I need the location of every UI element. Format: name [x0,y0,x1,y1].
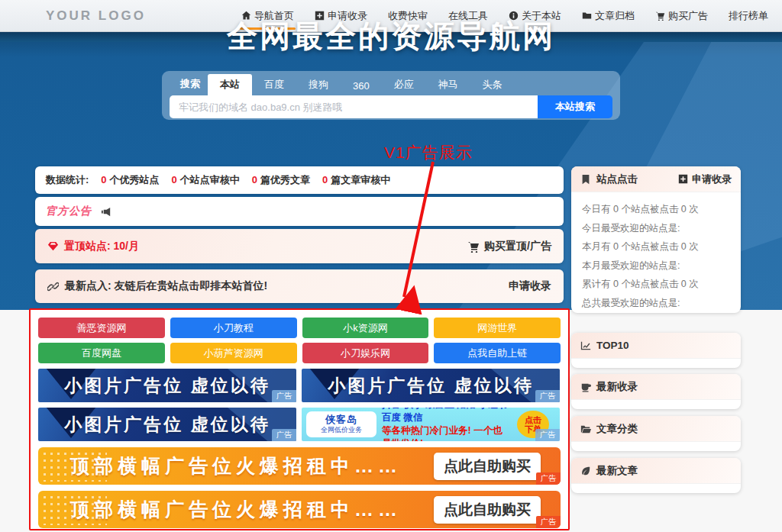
tab-shenma[interactable]: 神马 [426,74,470,95]
apply-inclusion-link[interactable]: 申请收录 [509,279,551,293]
site-link[interactable]: 网游世界 [434,318,561,338]
stats-bar: 数据统计: 0个优秀站点 0个站点审核中 0篇优秀文章 0篇文章审核中 [35,166,564,194]
site-clicks-header: 站点点击 申请收录 [571,166,741,192]
tab-baidu[interactable]: 百度 [252,74,296,95]
site-link[interactable]: 小葫芦资源网 [170,343,297,363]
stat-item: 0个站点审核中 [172,173,240,187]
buy-top-ad-link[interactable]: 购买置顶/广告 [467,240,551,253]
ad-line-2: 等各种热门冷门业务! 一个也是批发价! [382,424,512,441]
article-categories-header[interactable]: 文章分类 [571,416,741,442]
folder-open-icon [580,424,591,434]
tab-bing[interactable]: 必应 [382,74,426,95]
site-link[interactable]: 小刀教程 [170,318,297,338]
tab-360[interactable]: 360 [341,76,382,95]
official-notice-bar: 官方公告 [35,197,564,226]
ad-line-1: 抖音 快手 致富宝 陌陌 小红书 百度 微信 [382,408,512,424]
site-link[interactable]: 百度网盘 [38,343,165,363]
latest-inclusions-card: 最新收录 [571,374,741,409]
latest-articles-title: 最新文章 [596,464,638,478]
self-purchase-button[interactable]: 点此自助购买 [434,453,541,480]
stat-value: 0 [252,174,257,185]
latest-articles-card: 最新文章 [571,458,741,493]
self-purchase-button[interactable]: 点此自助购买 [434,496,541,524]
stat-value: 0 [322,174,328,185]
banner-text: 顶部横幅广告位火爆招租中…… [70,453,402,479]
small-ad-banner[interactable]: 小图片广告位 虚位以待 广告 [38,408,296,441]
chart-line-icon [580,340,591,351]
search-label: 搜索 [170,77,208,95]
site-clicks-title: 站点点击 [596,172,638,186]
site-link-grid: 善恶资源网 小刀教程 小k资源网 网游世界 百度网盘 小葫芦资源网 小刀娱乐网 … [38,318,561,363]
small-ad-banner[interactable]: 小图片广告位 虚位以待 广告 [38,369,296,402]
site-clicks-stats: 今日有 0 个站点被点击 0 次 今日最受欢迎的站点是: 本月有 0 个站点被点… [571,192,741,313]
stat-item: 0篇文章审核中 [322,173,390,187]
stat-label: 个站点审核中 [180,174,240,185]
order-now-label: 点击 [525,415,541,424]
stat-line: 总共最受欢迎的站点是: [582,294,730,313]
site-link[interactable]: 善恶资源网 [38,318,165,338]
stat-label: 篇文章审核中 [331,174,390,185]
stat-item: 0个优秀站点 [101,173,159,187]
stat-line: 本月有 0 个站点被点击 0 次 [582,237,730,256]
ad-area: 善恶资源网 小刀教程 小k资源网 网游世界 百度网盘 小葫芦资源网 小刀娱乐网 … [38,318,561,528]
page: YOUR LOGO 导航首页 申请收录 收费快审 在线工具 关于本站 [0,0,782,532]
gem-icon [47,240,59,252]
ad-brand-box: 侠客岛 全网低价业务 [306,411,376,437]
banner-text: 小图片广告位 虚位以待 [64,374,270,398]
top10-card: TOP10 [571,333,741,368]
stat-label: 个优秀站点 [110,174,160,185]
search-input[interactable] [170,95,538,118]
site-link[interactable]: 小刀娱乐网 [302,343,429,363]
ad-brand-name: 侠客岛 [325,414,357,426]
v1-ad-display-box: 善恶资源网 小刀教程 小k资源网 网游世界 百度网盘 小葫芦资源网 小刀娱乐网 … [29,308,570,530]
tab-toutiao[interactable]: 头条 [470,74,515,95]
ad-tag: 广告 [536,516,561,528]
page-title: 全网最全的资源导航网 [0,15,782,57]
stat-line: 今日有 0 个站点被点击 0 次 [582,200,730,219]
site-link[interactable]: 点我自助上链 [434,343,561,363]
banner-text: 顶部横幅广告位火爆招租中…… [70,497,402,522]
search-button[interactable]: 本站搜索 [538,95,612,118]
ad-tag: 广告 [535,390,560,402]
ad-tag: 广告 [272,429,296,441]
stat-label: 篇优秀文章 [260,174,310,185]
notice-title: 官方公告 [46,205,92,218]
search-engine-tabs: 搜索 本站 百度 搜狗 360 必应 神马 头条 [170,76,612,95]
top-banner-ad-slot[interactable]: 顶部横幅广告位火爆招租中…… 点此自助购买 广告 [38,491,561,528]
tab-benzhan[interactable]: 本站 [208,74,252,95]
tab-sogou[interactable]: 搜狗 [296,74,341,95]
latest-click-bar: 最新点入: 友链后在贵站点击即排本站首位! 申请收录 [35,269,564,303]
annotation-label: V1广告展示 [384,142,473,163]
stat-value: 0 [101,174,106,185]
ad-tag: 广告 [536,472,561,485]
site-clicks-card: 站点点击 申请收录 今日有 0 个站点被点击 0 次 今日最受欢迎的站点是: 本… [571,166,741,313]
ad-tag: 广告 [535,429,560,441]
site-link[interactable]: 小k资源网 [302,318,429,338]
sticky-site-info: 置顶站点: 10/月 [47,240,139,253]
top10-title: TOP10 [596,340,629,351]
top10-header[interactable]: TOP10 [571,333,741,359]
ad-text-lines: 抖音 快手 致富宝 陌陌 小红书 百度 微信 等各种热门冷门业务! 一个也是批发… [382,408,512,441]
banner-text: 小图片广告位 虚位以待 [64,413,270,437]
ad-brand-sub: 全网低价业务 [321,426,362,434]
business-ad-banner[interactable]: 侠客岛 全网低价业务 抖音 快手 致富宝 陌陌 小红书 百度 微信 等各种热门冷… [302,408,560,441]
stats-prefix: 数据统计: [46,173,89,187]
stat-line: 累计有 0 个站点被点击 0 次 [582,275,730,294]
link-icon [47,281,59,292]
latest-articles-header[interactable]: 最新文章 [571,458,741,484]
latest-inclusions-header[interactable]: 最新收录 [571,374,741,400]
small-ad-banner[interactable]: 小图片广告位 虚位以待 广告 [302,369,560,402]
stat-item: 0篇优秀文章 [252,173,310,187]
search-row: 本站搜索 [170,95,612,118]
banner-row-2: 小图片广告位 虚位以待 广告 侠客岛 全网低价业务 抖音 快手 致富宝 陌陌 小… [38,408,561,441]
top-banner-ad-slot[interactable]: 顶部横幅广告位火爆招租中…… 点此自助购买 广告 [38,447,561,485]
search-panel: 搜索 本站 百度 搜狗 360 必应 神马 头条 本站搜索 [162,71,620,120]
buy-top-ad-label: 购买置顶/广告 [484,240,551,253]
sticky-site-bar: 置顶站点: 10/月 购买置顶/广告 [35,229,564,263]
stat-value: 0 [172,174,177,185]
banner-text: 小图片广告位 虚位以待 [328,374,533,398]
stat-line: 本月最受欢迎的站点是: [582,256,730,276]
plus-square-icon [678,174,688,184]
stat-line: 今日最受欢迎的站点是: [582,219,730,238]
apply-inclusion-link[interactable]: 申请收录 [678,172,732,186]
